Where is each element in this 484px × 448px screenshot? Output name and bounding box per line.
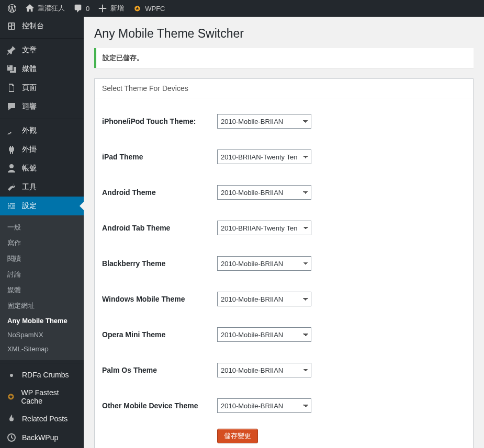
- new-label: 新增: [110, 4, 124, 13]
- dot-icon: ●: [6, 370, 17, 380]
- wpfc-icon: ✪: [132, 4, 142, 13]
- wpfc-icon: ✪: [6, 392, 16, 402]
- menu-tools[interactable]: 工具: [0, 178, 84, 197]
- menu-plugins[interactable]: 外掛: [0, 140, 84, 159]
- comments-link[interactable]: 0: [69, 0, 94, 17]
- theme-row: Android Theme2010-Mobile-BRIIAN2010-BRII…: [102, 175, 466, 210]
- theme-row: iPhone/iPod Touch Theme:2010-Mobile-BRII…: [102, 104, 466, 139]
- menu-dashboard[interactable]: 控制台: [0, 17, 84, 36]
- theme-row-label: Windows Mobile Theme: [102, 295, 217, 303]
- save-button[interactable]: 儲存變更: [217, 429, 258, 443]
- menu-related[interactable]: Related Posts: [0, 409, 84, 428]
- submenu-media[interactable]: 媒體: [0, 282, 84, 298]
- submenu-any-mobile[interactable]: Any Mobile Theme: [0, 314, 84, 328]
- theme-row: Blackberry Theme2010-Mobile-BRIIAN2010-B…: [102, 246, 466, 281]
- pin-icon: [6, 45, 17, 55]
- media-icon: [6, 64, 17, 74]
- admin-sidebar: 控制台 文章 媒體 頁面 迴響 外觀 外掛 帳號 工具 設定 一般 寫作 閱讀 …: [0, 17, 84, 448]
- theme-select[interactable]: 2010-Mobile-BRIIAN2010-BRIIAN-Twenty Ten: [217, 327, 311, 342]
- backwpup-icon: [6, 432, 17, 443]
- page-title: Any Mobile Theme Switcher: [94, 22, 474, 43]
- wordpress-icon: [7, 4, 17, 13]
- menu-users[interactable]: 帳號: [0, 159, 84, 178]
- theme-select[interactable]: 2010-Mobile-BRIIAN2010-BRIIAN-Twenty Ten: [217, 185, 311, 200]
- theme-row: Other Mobile Device Theme2010-Mobile-BRI…: [102, 388, 466, 423]
- site-name: 重灌狂人: [38, 4, 65, 13]
- plus-icon: [98, 4, 107, 13]
- theme-select[interactable]: 2010-Mobile-BRIIAN2010-BRIIAN-Twenty Ten: [217, 256, 311, 271]
- new-content-link[interactable]: 新增: [94, 0, 128, 17]
- comments-count: 0: [86, 5, 89, 13]
- comment-icon: [6, 101, 17, 112]
- settings-icon: [6, 201, 17, 211]
- page-icon: [6, 83, 17, 93]
- submenu-writing[interactable]: 寫作: [0, 235, 84, 251]
- theme-row: Opera Mini Theme2010-Mobile-BRIIAN2010-B…: [102, 317, 466, 352]
- menu-appearance[interactable]: 外觀: [0, 121, 84, 140]
- theme-row-label: Other Mobile Device Theme: [102, 401, 217, 410]
- submenu-reading[interactable]: 閱讀: [0, 251, 84, 267]
- menu-pages[interactable]: 頁面: [0, 78, 84, 97]
- theme-row-label: Android Tab Theme: [102, 224, 217, 232]
- theme-row: Windows Mobile Theme2010-Mobile-BRIIAN20…: [102, 281, 466, 317]
- wrench-icon: [6, 182, 17, 192]
- submenu-nospamnx[interactable]: NoSpamNX: [0, 328, 84, 342]
- theme-select[interactable]: 2010-Mobile-BRIIAN2010-BRIIAN-Twenty Ten: [217, 398, 311, 413]
- submenu-permalink[interactable]: 固定網址: [0, 298, 84, 314]
- wpfc-toolbar-link[interactable]: ✪ WPFC: [128, 0, 169, 17]
- theme-select[interactable]: 2010-Mobile-BRIIAN2010-BRIIAN-Twenty Ten: [217, 292, 311, 306]
- brush-icon: [6, 125, 17, 136]
- menu-backwpup[interactable]: BackWPup: [0, 428, 84, 447]
- theme-row-label: iPhone/iPod Touch Theme:: [102, 117, 217, 125]
- wp-logo[interactable]: [3, 0, 21, 17]
- theme-row-label: Opera Mini Theme: [102, 330, 217, 339]
- admin-toolbar: 重灌狂人 0 新增 ✪ WPFC: [0, 0, 484, 17]
- theme-select[interactable]: 2010-Mobile-BRIIAN2010-BRIIAN-Twenty Ten: [217, 221, 311, 235]
- plugin-icon: [6, 144, 17, 155]
- submenu-general[interactable]: 一般: [0, 220, 84, 235]
- menu-rdfa[interactable]: ●RDFa Crumbs: [0, 365, 84, 384]
- menu-comments[interactable]: 迴響: [0, 97, 84, 116]
- site-link[interactable]: 重灌狂人: [21, 0, 69, 17]
- home-icon: [25, 4, 35, 13]
- dashboard-icon: [6, 21, 17, 31]
- theme-row-label: Palm Os Theme: [102, 366, 217, 374]
- panel-title: Select Theme For Devices: [95, 79, 473, 98]
- main-content: Any Mobile Theme Switcher 設定已儲存。 Select …: [84, 17, 484, 448]
- comment-icon: [73, 4, 83, 13]
- settings-saved-notice: 設定已儲存。: [94, 48, 474, 68]
- theme-select[interactable]: 2010-Mobile-BRIIAN2010-BRIIAN-Twenty Ten: [217, 114, 311, 129]
- theme-row: Palm Os Theme2010-Mobile-BRIIAN2010-BRII…: [102, 352, 466, 388]
- flame-icon: [6, 413, 17, 424]
- theme-row: iPad Theme2010-Mobile-BRIIAN2010-BRIIAN-…: [102, 139, 466, 175]
- settings-submenu: 一般 寫作 閱讀 討論 媒體 固定網址 Any Mobile Theme NoS…: [0, 215, 84, 360]
- theme-select[interactable]: 2010-Mobile-BRIIAN2010-BRIIAN-Twenty Ten: [217, 363, 311, 377]
- theme-row-label: Android Theme: [102, 188, 217, 197]
- menu-posts[interactable]: 文章: [0, 41, 84, 60]
- theme-row-label: Blackberry Theme: [102, 259, 217, 268]
- menu-media[interactable]: 媒體: [0, 60, 84, 78]
- theme-row: Android Tab Theme2010-Mobile-BRIIAN2010-…: [102, 210, 466, 246]
- theme-row-label: iPad Theme: [102, 153, 217, 161]
- submenu-discussion[interactable]: 討論: [0, 267, 84, 282]
- submenu-xml-sitemap[interactable]: XML-Sitemap: [0, 342, 84, 356]
- menu-settings[interactable]: 設定: [0, 197, 84, 215]
- menu-wpfc[interactable]: ✪WP Fastest Cache: [0, 384, 84, 409]
- user-icon: [6, 163, 17, 174]
- theme-select[interactable]: 2010-Mobile-BRIIAN2010-BRIIAN-Twenty Ten: [217, 150, 311, 164]
- wpfc-label: WPFC: [145, 5, 165, 13]
- device-theme-panel: Select Theme For Devices iPhone/iPod Tou…: [94, 78, 474, 448]
